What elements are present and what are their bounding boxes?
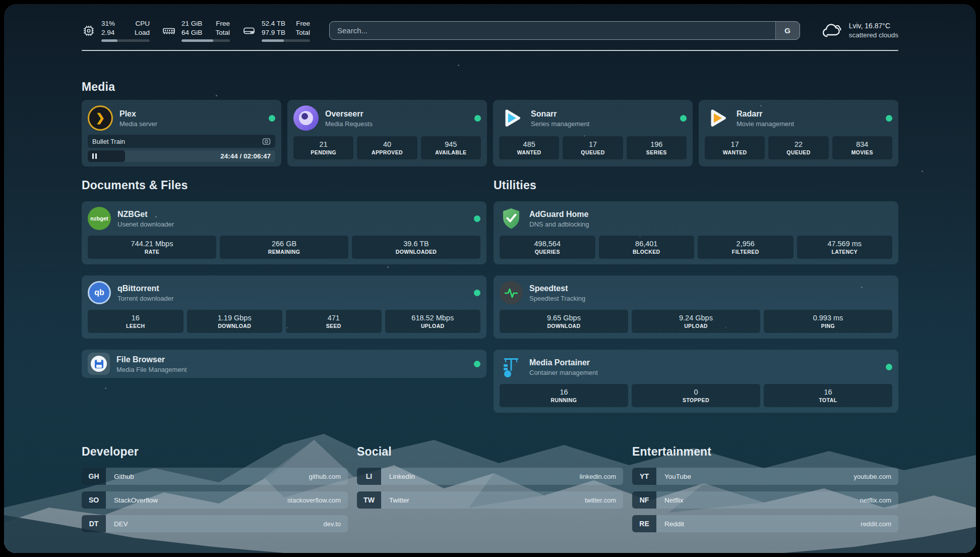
service-name: Plex xyxy=(119,109,157,119)
stat-box: 39.6 TBDOWNLOADED xyxy=(352,236,480,259)
service-card-nzbget[interactable]: nzbget NZBGet Usenet downloader 744.21 M… xyxy=(82,201,486,264)
memory-progress-fill xyxy=(181,39,213,42)
dashboard-page: 31%2.94 CPULoad xyxy=(0,0,980,557)
service-name: Speedtest xyxy=(529,284,585,294)
bookmark-group-social: Social LI LinkedIn linkedin.com TW Twitt… xyxy=(357,445,623,532)
stat-box: 22QUEUED xyxy=(768,136,828,159)
service-card-adguard[interactable]: AdGuard Home DNS and adblocking 498,564Q… xyxy=(494,201,898,264)
stat-box: 0.993 msPING xyxy=(764,310,892,333)
service-name: Sonarr xyxy=(531,109,589,119)
cpu-icon xyxy=(82,24,96,38)
stat-box: 17WANTED xyxy=(705,136,765,159)
playback-progress-bar[interactable]: 24:44 / 02:06:47 xyxy=(88,150,275,162)
adguard-icon xyxy=(500,207,523,230)
disk-label-1: Free xyxy=(295,19,310,28)
search-provider-button[interactable]: G xyxy=(775,22,800,39)
memory-label-2: Total xyxy=(215,28,230,37)
service-desc: Series management xyxy=(531,120,589,128)
bookmark-group-developer: Developer GH Github github.com SO StackO… xyxy=(82,445,348,532)
bookmark-dev[interactable]: DT DEV dev.to xyxy=(82,515,348,532)
section-title-developer: Developer xyxy=(82,445,348,459)
disk-progress-track xyxy=(262,39,310,42)
service-card-qbittorrent[interactable]: qb qBittorrent Torrent downloader 16LEEC… xyxy=(82,275,486,339)
search-input[interactable] xyxy=(329,21,800,40)
stat-box: 9.65 GbpsDOWNLOAD xyxy=(500,310,628,333)
service-desc: DNS and adblocking xyxy=(529,220,589,228)
service-name: Overseerr xyxy=(325,109,373,119)
service-card-portainer[interactable]: Media Portainer Container management 16R… xyxy=(494,350,898,413)
bookmark-name: Reddit xyxy=(656,520,684,528)
bookmark-abbr: TW xyxy=(357,491,381,509)
bookmark-domain: linkedin.com xyxy=(580,473,623,480)
weather-widget: Lviv, 16.87°C scattered clouds xyxy=(821,21,898,40)
weather-condition: scattered clouds xyxy=(849,31,898,40)
disk-label-2: Total xyxy=(295,28,310,37)
service-desc: Media server xyxy=(119,120,157,128)
bookmark-domain: twitter.com xyxy=(585,496,623,504)
bookmark-linkedin[interactable]: LI LinkedIn linkedin.com xyxy=(357,468,623,485)
stat-box: 16LEECH xyxy=(88,310,183,333)
stat-box: 266 GBREMAINING xyxy=(220,236,348,259)
bookmark-netflix[interactable]: NF Netflix netflix.com xyxy=(632,491,898,509)
status-dot xyxy=(886,364,892,370)
now-playing-title: Bullet Train xyxy=(92,138,125,145)
bookmark-name: YouTube xyxy=(656,473,691,480)
bookmark-name: Twitter xyxy=(381,496,409,504)
snow-specks xyxy=(4,4,6,6)
memory-total: 64 GiB xyxy=(181,28,202,37)
nzbget-icon: nzbget xyxy=(88,207,111,230)
speedtest-icon xyxy=(500,281,523,304)
stat-box: 86,401BLOCKED xyxy=(599,236,695,259)
service-card-radarr[interactable]: Radarr Movie management 17WANTED 22QUEUE… xyxy=(699,100,898,166)
status-dot xyxy=(474,115,481,122)
service-desc: Movie management xyxy=(737,120,794,128)
memory-icon xyxy=(162,24,176,38)
cpu-label-1: CPU xyxy=(135,19,150,28)
bookmark-name: LinkedIn xyxy=(381,473,415,480)
cpu-widget: 31%2.94 CPULoad xyxy=(82,19,150,42)
service-name: NZBGet xyxy=(117,209,174,219)
memory-free: 21 GiB xyxy=(181,19,202,28)
bookmark-youtube[interactable]: YT YouTube youtube.com xyxy=(632,468,898,485)
memory-progress-track xyxy=(181,39,230,42)
radarr-icon xyxy=(705,105,730,131)
bookmark-abbr: SO xyxy=(82,491,106,509)
bookmark-github[interactable]: GH Github github.com xyxy=(82,468,348,485)
status-dot xyxy=(474,215,480,222)
cpu-loadavg: 2.94 xyxy=(101,28,115,37)
bookmark-twitter[interactable]: TW Twitter twitter.com xyxy=(357,491,623,509)
bookmark-domain: dev.to xyxy=(324,520,348,528)
stat-box: 47.569 msLATENCY xyxy=(797,236,893,259)
weather-location-temp: Lviv, 16.87°C xyxy=(849,21,898,31)
stat-box: 498,564QUERIES xyxy=(500,236,595,259)
section-title-utilities: Utilities xyxy=(494,179,898,192)
bookmark-domain: reddit.com xyxy=(861,520,898,528)
portainer-icon xyxy=(500,355,523,378)
bookmark-abbr: LI xyxy=(357,468,381,485)
stat-box: 618.52 MbpsUPLOAD xyxy=(385,310,481,333)
bookmark-stackoverflow[interactable]: SO StackOverflow stackoverflow.com xyxy=(82,491,348,509)
bookmark-name: StackOverflow xyxy=(106,496,158,504)
service-card-overseerr[interactable]: Overseerr Media Requests 21PENDING 40APP… xyxy=(287,100,487,166)
service-card-plex[interactable]: ❯ Plex Media server Bullet Train xyxy=(82,100,281,166)
stat-box: 471SEED xyxy=(286,310,382,333)
pause-button[interactable] xyxy=(92,150,97,162)
playback-time: 24:44 / 02:06:47 xyxy=(220,150,271,162)
top-bar: 31%2.94 CPULoad xyxy=(82,4,898,42)
now-playing-row: Bullet Train xyxy=(88,135,275,148)
section-title-documents: Documents & Files xyxy=(82,179,486,192)
cpu-progress-fill xyxy=(101,39,117,42)
cpu-progress-track xyxy=(101,39,150,42)
bookmark-abbr: YT xyxy=(632,468,656,485)
bookmark-reddit[interactable]: RE Reddit reddit.com xyxy=(632,515,898,532)
stat-box: 2,956FILTERED xyxy=(698,236,793,259)
resource-widgets: 31%2.94 CPULoad xyxy=(82,19,310,42)
bookmark-domain: youtube.com xyxy=(854,473,898,480)
qbittorrent-icon: qb xyxy=(88,281,111,304)
service-desc: Container management xyxy=(529,369,598,376)
stat-box: 744.21 MbpsRATE xyxy=(88,236,216,259)
section-title-entertainment: Entertainment xyxy=(632,445,898,459)
service-card-filebrowser[interactable]: File Browser Media File Management xyxy=(82,350,486,378)
service-card-sonarr[interactable]: Sonarr Series management 485WANTED 17QUE… xyxy=(493,100,693,166)
service-card-speedtest[interactable]: Speedtest Speedtest Tracking 9.65 GbpsDO… xyxy=(494,275,898,339)
